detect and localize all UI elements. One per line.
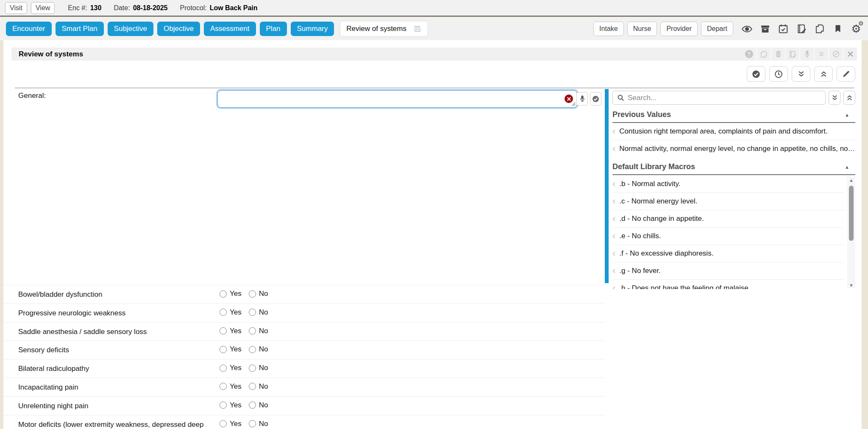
no-radio[interactable] bbox=[249, 383, 256, 390]
macro-item[interactable]: ‹ .f - No excessive diaphoresis. bbox=[612, 245, 844, 262]
double-chevron-up-button[interactable] bbox=[814, 66, 833, 82]
settings-gears-icon[interactable]: ⚙⚙ bbox=[850, 23, 862, 35]
pencil-button[interactable] bbox=[837, 66, 855, 82]
tab-assessment[interactable]: Assessment bbox=[204, 22, 256, 36]
no-label: No bbox=[259, 364, 268, 372]
no-radio[interactable] bbox=[249, 346, 256, 353]
yes-option[interactable]: Yes bbox=[220, 382, 242, 391]
visit-button[interactable]: Visit bbox=[5, 2, 27, 14]
macro-item[interactable]: ‹ .c - Normal energy level. bbox=[612, 192, 844, 210]
yes-option[interactable]: Yes bbox=[220, 308, 242, 317]
tab-plan[interactable]: Plan bbox=[260, 22, 287, 36]
yes-radio[interactable] bbox=[220, 309, 227, 316]
no-option[interactable]: No bbox=[249, 420, 268, 428]
tab-subjective[interactable]: Subjective bbox=[108, 22, 153, 36]
general-input[interactable] bbox=[217, 90, 577, 108]
yes-option[interactable]: Yes bbox=[220, 327, 242, 335]
yes-radio[interactable] bbox=[220, 290, 227, 298]
scroll-down-icon[interactable]: ▼ bbox=[849, 282, 854, 288]
trash-icon[interactable] bbox=[771, 47, 785, 61]
bookmark-icon[interactable] bbox=[832, 23, 844, 35]
no-option[interactable]: No bbox=[249, 382, 268, 391]
copy-icon[interactable] bbox=[814, 23, 826, 35]
macro-text: .c - Normal energy level. bbox=[619, 197, 697, 206]
no-radio[interactable] bbox=[249, 327, 256, 334]
yes-radio[interactable] bbox=[220, 383, 227, 390]
macro-item[interactable]: ‹ .h - Does not have the feeling of mala… bbox=[612, 279, 844, 289]
depart-button[interactable]: Depart bbox=[701, 22, 733, 36]
no-radio[interactable] bbox=[249, 401, 256, 409]
macros-title: Default Library Macros bbox=[612, 162, 695, 171]
macro-item[interactable]: ‹ .g - No fever. bbox=[612, 262, 844, 279]
yes-option[interactable]: Yes bbox=[220, 364, 242, 372]
no-radio[interactable] bbox=[249, 290, 256, 298]
book-icon[interactable] bbox=[785, 47, 799, 61]
collapse-triangle-icon[interactable]: ▲ bbox=[845, 112, 849, 117]
question-row: Bilateral radiculopathy Yes No bbox=[3, 359, 605, 378]
provider-button[interactable]: Provider bbox=[660, 22, 698, 36]
resize-handle[interactable] bbox=[571, 101, 576, 106]
previous-values-header[interactable]: Previous Values ▲ bbox=[612, 110, 855, 123]
no-radio[interactable] bbox=[249, 309, 256, 316]
scrollbar-thumb[interactable] bbox=[849, 186, 854, 241]
macro-text: .g - No fever. bbox=[619, 267, 660, 275]
yes-radio[interactable] bbox=[220, 327, 227, 334]
tab-review-of-systems-active[interactable]: Review of systems bbox=[340, 21, 428, 37]
yes-option[interactable]: Yes bbox=[220, 420, 242, 428]
macro-item[interactable]: ‹ .b - Normal activity. bbox=[612, 175, 844, 192]
no-option[interactable]: No bbox=[249, 345, 268, 354]
intake-button[interactable]: Intake bbox=[593, 22, 624, 36]
search-input[interactable] bbox=[628, 94, 821, 102]
tab-summary[interactable]: Summary bbox=[291, 22, 334, 36]
macro-item[interactable]: ‹ .e - No chills. bbox=[612, 227, 844, 245]
macro-scrollbar[interactable]: ▲ ▼ bbox=[847, 177, 855, 288]
action-button-row bbox=[747, 66, 855, 82]
no-radio[interactable] bbox=[249, 365, 256, 372]
insert-chevron-icon: ‹ bbox=[612, 250, 615, 257]
copy-icon[interactable] bbox=[756, 47, 771, 61]
yes-option[interactable]: Yes bbox=[220, 290, 242, 298]
collapse-all-button[interactable] bbox=[843, 91, 855, 105]
yes-option[interactable]: Yes bbox=[220, 345, 242, 354]
view-button[interactable]: View bbox=[31, 2, 55, 14]
macro-item[interactable]: ‹ .d - No change in appetite. bbox=[612, 210, 844, 227]
calendar-check-icon[interactable] bbox=[777, 23, 789, 35]
no-radio[interactable] bbox=[249, 420, 256, 427]
no-option[interactable]: No bbox=[249, 327, 268, 335]
no-option[interactable]: No bbox=[249, 308, 268, 317]
dictate-mic-button[interactable] bbox=[576, 92, 588, 106]
expand-all-button[interactable] bbox=[829, 91, 840, 105]
cancel-icon[interactable] bbox=[828, 47, 843, 61]
collapse-triangle-icon[interactable]: ▲ bbox=[845, 164, 849, 170]
tab-objective[interactable]: Objective bbox=[157, 22, 200, 36]
double-chevron-down-icon[interactable] bbox=[814, 47, 828, 61]
macros-header[interactable]: Default Library Macros ▲ bbox=[612, 162, 855, 175]
previous-value-item[interactable]: ‹ Contusion right temporal area, complai… bbox=[612, 123, 855, 140]
close-icon[interactable] bbox=[843, 47, 857, 61]
tab-smart-plan[interactable]: Smart Plan bbox=[56, 22, 104, 36]
no-option[interactable]: No bbox=[249, 364, 268, 372]
confirm-check-button[interactable] bbox=[590, 92, 601, 106]
no-option[interactable]: No bbox=[249, 290, 268, 298]
scroll-up-icon[interactable]: ▲ bbox=[849, 177, 854, 183]
tab-encounter[interactable]: Encounter bbox=[6, 22, 52, 36]
yes-radio[interactable] bbox=[220, 420, 227, 427]
yes-option[interactable]: Yes bbox=[220, 401, 242, 410]
archive-icon[interactable] bbox=[759, 23, 771, 35]
mic-icon[interactable] bbox=[799, 47, 814, 61]
save-icon[interactable] bbox=[413, 25, 422, 33]
yes-radio[interactable] bbox=[220, 401, 227, 409]
help-icon[interactable]: ? bbox=[742, 47, 756, 61]
check-circle-button[interactable] bbox=[747, 66, 765, 82]
yes-radio[interactable] bbox=[220, 346, 227, 353]
double-chevron-down-button[interactable] bbox=[792, 66, 810, 82]
yes-label: Yes bbox=[230, 420, 242, 428]
insert-chevron-icon: ‹ bbox=[612, 285, 615, 289]
previous-value-item[interactable]: ‹ Normal activity, normal energy level, … bbox=[612, 140, 855, 157]
no-option[interactable]: No bbox=[249, 401, 268, 410]
yes-radio[interactable] bbox=[220, 365, 227, 372]
nurse-button[interactable]: Nurse bbox=[627, 22, 657, 36]
eye-icon[interactable] bbox=[741, 23, 753, 35]
journal-pen-icon[interactable] bbox=[796, 23, 807, 35]
clock-button[interactable] bbox=[769, 66, 788, 82]
